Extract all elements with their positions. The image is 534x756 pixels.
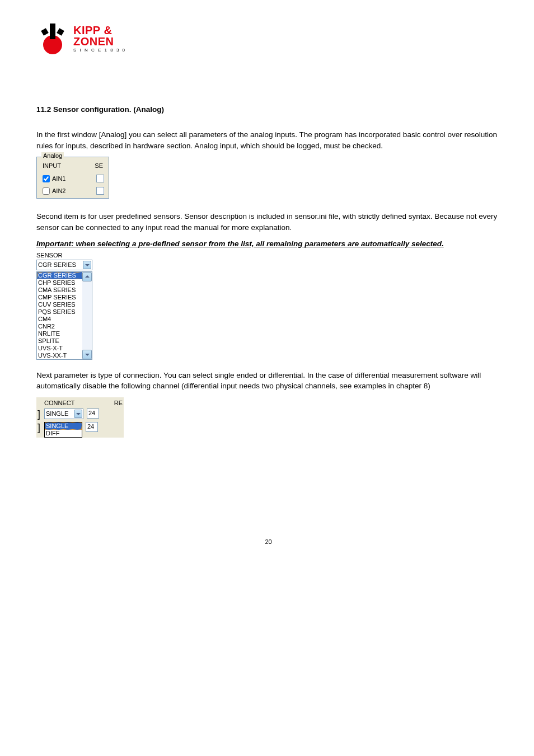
ain2-label: AIN2 xyxy=(52,187,65,194)
connect-block: CONNECT RE ] SINGLE 24 ] SINGLE DIFF 24 xyxy=(36,397,124,438)
logo-line2: ZONEN xyxy=(73,36,126,47)
analog-row-ain2: AIN2 xyxy=(40,185,105,197)
scroll-track[interactable] xyxy=(82,281,92,350)
connect-row-2: ] SINGLE DIFF 24 xyxy=(38,422,124,438)
sensor-option-11[interactable]: UVS-XX-T xyxy=(37,352,82,359)
section-heading: 11.2 Sensor configuration. (Analog) xyxy=(36,105,500,114)
analog-legend: Analog xyxy=(41,152,64,159)
sensor-option-6[interactable]: CM4 xyxy=(37,316,82,323)
analog-fieldset: Analog INPUT SE AIN1 AIN2 xyxy=(36,157,109,199)
sensor-option-9[interactable]: SPLITE xyxy=(37,337,82,345)
ain2-se-input[interactable] xyxy=(96,187,104,195)
sensor-option-0[interactable]: CGR SERIES xyxy=(37,272,82,279)
sensor-option-4[interactable]: CUV SERIES xyxy=(37,301,82,308)
bracket-1: ] xyxy=(38,408,41,420)
ain1-checkbox[interactable] xyxy=(43,175,50,182)
svg-rect-2 xyxy=(41,28,49,36)
important-note: Important: when selecting a pre-defined … xyxy=(36,238,500,250)
logo-line1: KIPP & xyxy=(73,25,126,36)
sensor-label: SENSOR xyxy=(36,252,500,259)
connect-listbox[interactable]: SINGLE DIFF xyxy=(44,422,82,438)
paragraph-1: In the first window [Analog] you can sel… xyxy=(36,129,500,151)
logo-line3: S I N C E 1 8 3 0 xyxy=(73,48,126,53)
connect-dropdown-1[interactable]: SINGLE xyxy=(44,408,83,419)
sensor-option-3[interactable]: CMP SERIES xyxy=(37,294,82,301)
connect-value-1: SINGLE xyxy=(46,410,68,417)
sensor-dropdown[interactable]: CGR SERIES xyxy=(36,260,92,270)
scroll-up-icon[interactable] xyxy=(82,272,92,281)
connect-col-connect: CONNECT xyxy=(44,400,74,406)
ain1-se-input[interactable] xyxy=(96,175,104,182)
bracket-2: ] xyxy=(38,422,41,433)
sensor-scrollbar[interactable] xyxy=(82,272,92,359)
connect-option-single[interactable]: SINGLE xyxy=(45,422,82,430)
re-input-2[interactable]: 24 xyxy=(86,422,98,432)
paragraph-3: Next parameter is type of connection. Yo… xyxy=(36,370,500,392)
chevron-down-icon[interactable] xyxy=(83,261,91,269)
connect-row-1: ] SINGLE 24 xyxy=(38,408,124,420)
connect-col-re: RE xyxy=(114,400,123,406)
sensor-block: SENSOR CGR SERIES CGR SERIES CHP SERIES … xyxy=(36,252,500,360)
sensor-option-1[interactable]: CHP SERIES xyxy=(37,279,82,287)
sensor-option-10[interactable]: UVS-X-T xyxy=(37,345,82,352)
sensor-option-8[interactable]: NRLITE xyxy=(37,330,82,337)
brand-mark xyxy=(36,22,69,55)
sensor-option-2[interactable]: CMA SERIES xyxy=(37,287,82,294)
paragraph-2: Second item is for user predefined senso… xyxy=(36,211,500,233)
analog-col-input: INPUT xyxy=(43,162,61,169)
sensor-listbox[interactable]: CGR SERIES CHP SERIES CMA SERIES CMP SER… xyxy=(36,271,92,360)
sensor-option-5[interactable]: PQS SERIES xyxy=(37,308,82,316)
connect-option-diff[interactable]: DIFF xyxy=(45,430,82,437)
analog-row-ain1: AIN1 xyxy=(40,172,105,185)
sensor-selected-value: CGR SERIES xyxy=(38,261,76,268)
svg-rect-1 xyxy=(50,24,55,39)
re-input-1[interactable]: 24 xyxy=(87,408,99,419)
sensor-option-7[interactable]: CNR2 xyxy=(37,323,82,330)
svg-rect-3 xyxy=(57,28,64,36)
chevron-down-icon[interactable] xyxy=(74,410,82,418)
logo: KIPP & ZONEN S I N C E 1 8 3 0 xyxy=(36,22,500,55)
ain1-label: AIN1 xyxy=(52,175,65,182)
analog-col-se: SE xyxy=(95,162,103,169)
scroll-down-icon[interactable] xyxy=(82,350,92,359)
page-number: 20 xyxy=(36,538,500,545)
ain2-checkbox[interactable] xyxy=(43,187,50,195)
